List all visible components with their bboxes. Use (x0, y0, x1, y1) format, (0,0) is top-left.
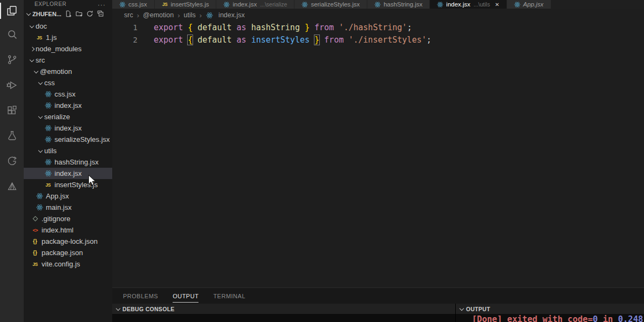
tree-item-label: src (36, 56, 45, 64)
tree-item-src[interactable]: src (24, 54, 112, 66)
tree-item-vite.config.js[interactable]: JSvite.config.js (24, 258, 112, 270)
react-file-icon (514, 1, 520, 8)
tree-item-@emotion[interactable]: @emotion (24, 66, 112, 77)
code-editor[interactable]: 1export { default as hashString } from '… (112, 22, 644, 46)
tab-App.jsx[interactable]: App.jsx (507, 0, 551, 9)
tab-label: index.jsx (446, 1, 470, 8)
react-file-icon (44, 136, 52, 143)
panel-tab-output[interactable]: OUTPUT (173, 289, 198, 303)
activity-extensions-icon[interactable] (0, 98, 24, 123)
tab-label: index.jsx (232, 1, 257, 8)
tree-item-index.jsx[interactable]: index.jsx (24, 122, 112, 134)
activity-testing-icon[interactable] (0, 123, 24, 148)
chevron-down-icon (25, 8, 32, 19)
tree-item-insertStyles.js[interactable]: JSinsertStyles.js (24, 179, 112, 190)
tree-item-package-lock.json[interactable]: {}package-lock.json (24, 236, 112, 247)
chevron-down-icon (115, 304, 122, 314)
tree-item-label: .gitignore (42, 215, 70, 223)
activity-live-server-icon[interactable] (0, 148, 24, 174)
debug-console-section: DEBUG CONSOLE (112, 304, 456, 322)
debug-console-header[interactable]: DEBUG CONSOLE (112, 304, 455, 314)
tree-item-index.html[interactable]: <>index.html (24, 224, 112, 236)
json-file-icon: {} (31, 238, 39, 244)
output-log-line: [Done] exited with code=0 in 0.248 (456, 314, 644, 322)
code-line-text: export { default as insertStyles } from … (138, 34, 431, 46)
tree-item-label: serialize (44, 113, 70, 121)
activity-run-debug-icon[interactable] (0, 72, 24, 98)
code-line-1[interactable]: 1export { default as hashString } from '… (112, 22, 644, 34)
react-file-icon (36, 193, 43, 200)
tree-item-css.jsx[interactable]: css.jsx (24, 88, 112, 100)
tree-item-serializeStyles.jsx[interactable]: serializeStyles.jsx (24, 134, 112, 145)
react-file-icon (44, 125, 52, 132)
tree-item-label: App.jsx (46, 192, 69, 200)
tree-item-label: vite.config.js (42, 260, 80, 268)
tree-item-package.json[interactable]: {}package.json (24, 247, 112, 258)
tree-item-label: index.jsx (54, 169, 82, 177)
tab-css.jsx[interactable]: css.jsx (112, 0, 155, 9)
close-icon[interactable]: ✕ (495, 2, 499, 8)
javascript-file-icon: JS (44, 182, 52, 188)
refresh-icon[interactable] (86, 10, 93, 17)
breadcrumb-separator: › (137, 11, 139, 19)
react-file-icon (302, 1, 308, 8)
tab-hashString.jsx[interactable]: hashString.jsx (367, 0, 430, 9)
tree-item-utils[interactable]: utils (24, 145, 112, 156)
tree-item-index.jsx[interactable]: index.jsx (24, 100, 112, 111)
react-file-icon (44, 91, 52, 98)
breadcrumb-item-index.jsx[interactable]: index.jsx (205, 11, 245, 19)
code-line-2[interactable]: 2export { default as insertStyles } from… (112, 34, 644, 46)
new-file-icon[interactable] (65, 10, 72, 17)
tab-label: serializeStyles.jsx (311, 1, 360, 8)
explorer-section-header[interactable]: ZHUFEN... (24, 7, 112, 20)
tab-insertStyles.js[interactable]: JSinsertStyles.js (155, 0, 217, 9)
tree-item-label: @emotion (40, 67, 72, 76)
breadcrumb-label: index.jsx (218, 11, 245, 19)
explorer-more-actions-button[interactable]: ··· (98, 3, 106, 7)
chevron-down-icon (37, 145, 44, 156)
breadcrumb-label: @emotion (143, 11, 174, 19)
react-file-icon (44, 170, 52, 177)
tree-item-App.jsx[interactable]: App.jsx (24, 190, 112, 202)
breadcrumb-separator: › (177, 11, 180, 19)
breadcrumb-item-src[interactable]: src (124, 11, 133, 19)
tree-item-css[interactable]: css (24, 77, 112, 88)
tree-item-index.jsx[interactable]: index.jsx (24, 168, 112, 179)
tree-item-serialize[interactable]: serialize (24, 111, 112, 122)
activity-source-control-icon[interactable] (0, 47, 24, 72)
chevron-down-icon (37, 77, 44, 88)
panel-tab-terminal[interactable]: TERMINAL (213, 289, 245, 302)
html-file-icon: <> (31, 227, 39, 233)
tree-item-label: index.jsx (54, 101, 82, 109)
tab-index.jsx[interactable]: index.jsx...\utils✕ (430, 0, 506, 9)
tree-item-doc[interactable]: doc (24, 20, 112, 32)
tree-item-label: css (44, 79, 55, 87)
tree-item-node_modules[interactable]: node_modules (24, 43, 112, 54)
tree-item-label: doc (36, 22, 47, 30)
tree-item-main.jsx[interactable]: main.jsx (24, 202, 112, 213)
output-content[interactable]: [Done] exited with code=0 in 0.248 (456, 314, 644, 322)
collapse-all-icon[interactable] (97, 10, 104, 17)
chevron-down-icon (458, 304, 466, 314)
breadcrumb-item-@emotion[interactable]: @emotion (143, 11, 174, 19)
tree-item-hashString.jsx[interactable]: hashString.jsx (24, 156, 112, 168)
tab-index.jsx[interactable]: index.jsx...\serialize (216, 0, 294, 9)
output-label: OUTPUT (466, 306, 490, 312)
editor-area: css.jsxJSinsertStyles.jsindex.jsx...\ser… (112, 0, 644, 322)
new-folder-icon[interactable] (76, 10, 83, 17)
tab-label: insertStyles.js (171, 1, 209, 8)
tab-label: hashString.jsx (383, 1, 422, 8)
activity-triangle-extension-icon[interactable] (0, 174, 24, 199)
panel-tab-problems[interactable]: PROBLEMS (123, 289, 158, 302)
tree-item-1.js[interactable]: JS1.js (24, 32, 112, 43)
tree-item-.gitignore[interactable]: .gitignore (24, 213, 112, 224)
code-line-text: export { default as hashString } from '.… (138, 22, 412, 34)
tab-path-hint: ...\serialize (260, 1, 287, 8)
tab-serializeStyles.jsx[interactable]: serializeStyles.jsx (294, 0, 367, 9)
activity-files-icon[interactable] (0, 0, 24, 22)
activity-search-icon[interactable] (0, 22, 24, 47)
debug-console-content[interactable] (112, 314, 455, 322)
breadcrumb-item-utils[interactable]: utils (184, 11, 196, 19)
output-header[interactable]: OUTPUT (456, 304, 644, 314)
line-number: 1 (112, 22, 138, 34)
